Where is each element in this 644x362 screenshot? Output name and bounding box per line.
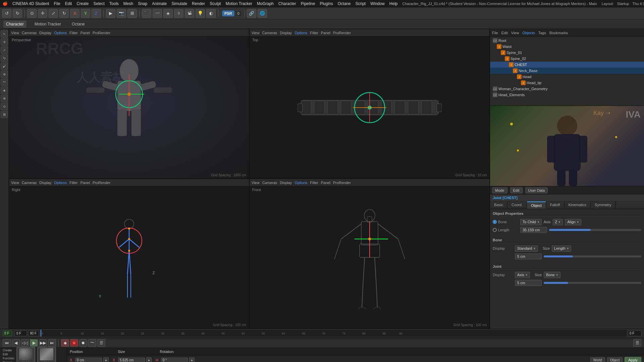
tool-weight[interactable]: ⊙ (1, 103, 8, 110)
bone-radio[interactable] (493, 220, 497, 224)
vp-persp-filter[interactable]: Filter (69, 31, 77, 35)
layout-value[interactable]: Startup (617, 2, 629, 6)
menu-file[interactable]: File (54, 1, 60, 6)
vp-persp-options[interactable]: Options (54, 31, 67, 35)
tool-smooth[interactable]: 〜 (1, 78, 8, 86)
vp-top-filter[interactable]: Filter (310, 31, 318, 35)
tab-basic[interactable]: Basic (490, 201, 507, 209)
tree-neckbase[interactable]: J Neck_Base (490, 68, 644, 74)
bone-axis-dropdown[interactable]: To Child (520, 219, 542, 225)
vp-front-panel[interactable]: Panel (321, 181, 330, 185)
x-pos-btn[interactable]: ▲ (103, 357, 109, 362)
world-btn[interactable]: World (590, 357, 605, 362)
tree-root[interactable]: L0 Root (490, 38, 644, 44)
world-btn[interactable]: 🌐 (258, 9, 267, 18)
tool-scale[interactable]: ⤢ (1, 46, 8, 54)
material-btn[interactable]: ◐ (206, 9, 216, 18)
end-frame-counter[interactable]: 0 F (628, 330, 641, 336)
vp-right-filter[interactable]: Filter (69, 181, 77, 185)
menu-create[interactable]: Create (76, 1, 89, 6)
move-btn[interactable]: ✛ (38, 9, 47, 18)
tree-headtip[interactable]: J Head_tip (490, 80, 644, 86)
mat-texture-tab[interactable]: Texture (3, 361, 14, 362)
vp-persp-panel[interactable]: Panel (80, 31, 90, 35)
menu-simulate[interactable]: Simulate (171, 1, 187, 6)
x-axis-btn[interactable]: X (70, 9, 79, 18)
mat-item-2[interactable]: Mat (37, 347, 56, 362)
tool-pointer[interactable]: ↖ (1, 30, 8, 38)
tool-move[interactable]: ✛ (1, 38, 8, 46)
viewport-right[interactable]: View Cameras Display Options Filter Pane… (9, 179, 249, 328)
edit-btn[interactable]: Edit (510, 187, 523, 193)
menu-render[interactable]: Render (192, 1, 205, 6)
tree-chest[interactable]: J CHEST (490, 62, 644, 68)
keyframe-btn[interactable]: ◆ (61, 339, 69, 347)
snap-btn[interactable]: 🔗 (247, 9, 256, 18)
userdata-btn[interactable]: User Data (525, 187, 548, 193)
om-bookmarks[interactable]: Bookmarks (549, 31, 568, 35)
play-btn[interactable]: ▶ (30, 339, 38, 347)
display-dropdown[interactable]: Standard (515, 245, 538, 252)
joint-size-dropdown[interactable]: Bone (544, 272, 560, 278)
start-frame[interactable]: 0 F (3, 330, 12, 336)
vp-right-view[interactable]: View (11, 181, 19, 185)
ipr-btn[interactable]: 📷 (117, 9, 126, 18)
joint-size-cm[interactable]: 5 cm (515, 280, 542, 286)
vp-persp-cameras[interactable]: Cameras (22, 31, 37, 35)
om-view[interactable]: View (511, 31, 519, 35)
tab-octane[interactable]: Octane (69, 20, 88, 28)
spline-btn[interactable]: 〰 (153, 9, 162, 18)
vp-front-cameras[interactable]: Cameras (262, 181, 277, 185)
viewport-front[interactable]: View Cameras Display Options Filter Pane… (249, 179, 490, 328)
viewport-perspective[interactable]: View Cameras Display Options Filter Pane… (9, 29, 249, 179)
vp-front-options[interactable]: Options (294, 181, 307, 185)
vp-persp-prorender[interactable]: ProRender (93, 31, 110, 35)
menu-tools[interactable]: Tools (109, 1, 119, 6)
vp-top-view[interactable]: View (252, 31, 260, 35)
axis-dropdown[interactable]: Z (553, 219, 563, 225)
camera-btn[interactable]: 📽 (185, 9, 194, 18)
vp-top-display[interactable]: Display (280, 31, 292, 35)
tool-magnet[interactable]: ⊕ (1, 70, 8, 78)
menu-window[interactable]: Window (370, 1, 385, 6)
tree-spine02[interactable]: J Spine_02 (490, 56, 644, 62)
length-slider[interactable] (549, 229, 641, 231)
mat-edit-tab[interactable]: Edit (3, 353, 14, 356)
vp-top-options[interactable]: Options (294, 31, 307, 35)
joint-display-dropdown[interactable]: Axis (515, 272, 530, 278)
menu-mograph[interactable]: MoGraph (257, 1, 274, 6)
psr-btn[interactable]: PSR (222, 10, 234, 16)
render-btn[interactable]: ▶ (106, 9, 115, 18)
go-end-btn[interactable]: ⏭ (48, 339, 56, 347)
menu-script[interactable]: Script (355, 1, 366, 6)
prev-frame-btn[interactable]: ◀ (12, 339, 20, 347)
vp-right-cameras[interactable]: Cameras (22, 181, 37, 185)
vp-top-cameras[interactable]: Cameras (262, 31, 277, 35)
tab-character[interactable]: Character (3, 20, 26, 28)
h-rot-btn[interactable]: ▲ (189, 357, 195, 362)
mat-item-1[interactable]: Mat.1 (16, 347, 35, 362)
tool-ik[interactable]: ⊗ (1, 95, 8, 102)
light-btn[interactable]: 💡 (196, 9, 205, 18)
nurbs-btn[interactable]: ◈ (163, 9, 173, 18)
x-size-btn[interactable]: ▲ (146, 357, 152, 362)
vp-front-filter[interactable]: Filter (310, 181, 318, 185)
menu-pipeline[interactable]: Pipeline (301, 1, 315, 6)
motion-btn[interactable]: 〜 (88, 339, 96, 347)
tree-head-elements[interactable]: L0 Head_Elements (490, 92, 644, 98)
vp-persp-display[interactable]: Display (39, 31, 51, 35)
size-dropdown[interactable]: Length (552, 245, 571, 252)
viewport-top[interactable]: View Cameras Display Options Filter Pane… (249, 29, 490, 179)
undo-btn[interactable]: ↺ (2, 9, 11, 18)
rotate-btn[interactable]: ↻ (59, 9, 69, 18)
om-objects[interactable]: Objects (522, 31, 535, 35)
vp-persp-view[interactable]: View (11, 31, 19, 35)
joint-size-slider[interactable] (544, 282, 641, 284)
x-size-input[interactable]: 5.625 cm (118, 358, 145, 362)
render-region-btn[interactable]: ⊞ (127, 9, 137, 18)
record-btn[interactable]: ⏺ (79, 339, 87, 347)
length-radio[interactable] (493, 228, 497, 232)
timeline-extra-btn[interactable]: ☰ (633, 339, 641, 347)
y-axis-btn[interactable]: Y (81, 9, 90, 18)
live-selection-btn[interactable]: ⊙ (27, 9, 37, 18)
